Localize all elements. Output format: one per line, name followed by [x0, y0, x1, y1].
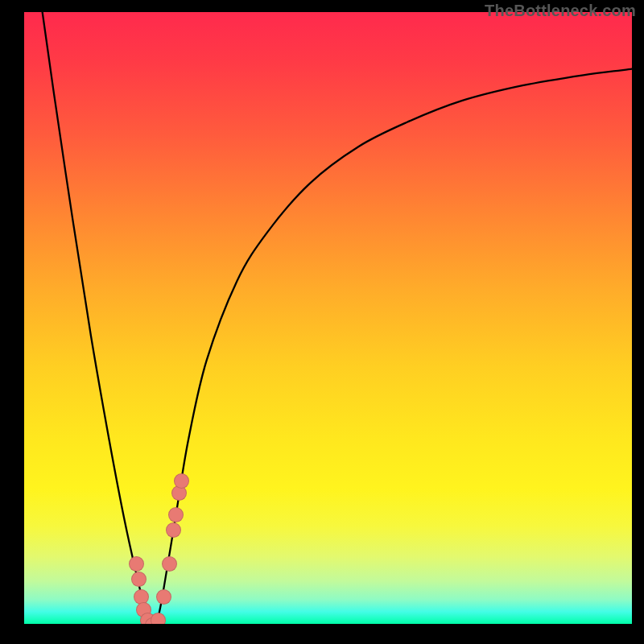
chart-frame: TheBottleneck.com [0, 0, 644, 644]
data-point-dot [162, 556, 177, 572]
curve-path [43, 12, 632, 624]
plot-area [24, 12, 632, 624]
data-point-dot [131, 572, 147, 587]
data-point-dot [151, 613, 166, 624]
data-point-dot [174, 473, 189, 489]
watermark-text: TheBottleneck.com [485, 2, 636, 20]
data-point-dot [168, 507, 184, 522]
data-point-dot [129, 556, 144, 572]
bottleneck-curve [24, 12, 632, 624]
